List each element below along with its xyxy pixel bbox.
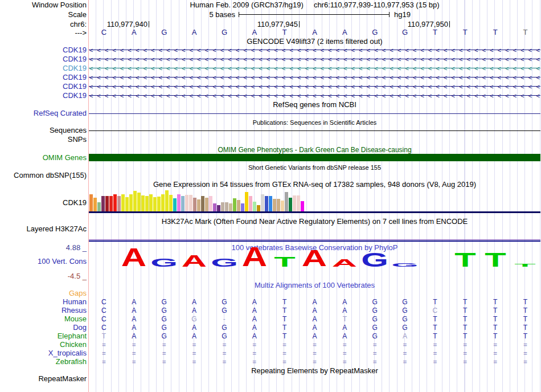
- track-label-repeatmasker[interactable]: RepeatMasker: [38, 375, 87, 383]
- track-label-omim-genes[interactable]: OMIM Genes: [43, 154, 87, 162]
- gtex-tissue-bar[interactable]: [129, 194, 133, 211]
- track-label-layered-h3k27ac[interactable]: Layered H3K27Ac: [26, 225, 87, 233]
- gtex-tissue-bar[interactable]: [201, 196, 204, 211]
- gtex-tissue-bar[interactable]: [217, 205, 220, 211]
- phylop-conservation-logo[interactable]: AGAGATAAGGTTT: [89, 245, 540, 267]
- gtex-tissue-bar[interactable]: [277, 199, 280, 211]
- gtex-tissue-bar[interactable]: [249, 196, 252, 211]
- gtex-tissue-bar[interactable]: [97, 202, 101, 211]
- gtex-tissue-bar[interactable]: [289, 198, 292, 211]
- gene-item-label-cdk19-1[interactable]: CDK19: [63, 46, 87, 54]
- gtex-tissue-bar[interactable]: [113, 194, 117, 211]
- gtex-tissue-bar[interactable]: [193, 198, 196, 211]
- track-label-100-vert-cons[interactable]: 100 Vert. Cons: [38, 258, 87, 266]
- gene-transcript-row[interactable]: <<<<<<<<<<<<<<<<<<<<<<<<<<<<<<<<<<<<<<<<…: [89, 92, 540, 100]
- gtex-tissue-bar[interactable]: [101, 196, 105, 211]
- gtex-tissue-bar[interactable]: [89, 194, 93, 211]
- gtex-tissue-bar[interactable]: [265, 196, 268, 211]
- gtex-tissue-bar[interactable]: [141, 195, 145, 211]
- gene-item-label-cdk19-4[interactable]: CDK19: [63, 74, 87, 81]
- gtex-tissue-bar[interactable]: [253, 202, 256, 211]
- gtex-tissue-bar[interactable]: [225, 202, 228, 211]
- gtex-tissue-bar[interactable]: [169, 195, 173, 211]
- track-label-refseq-curated[interactable]: RefSeq Curated: [34, 109, 87, 117]
- gtex-tissue-bar[interactable]: [177, 194, 181, 211]
- track-label-gtex-cdk19[interactable]: CDK19: [63, 199, 87, 207]
- gtex-tissue-bar[interactable]: [149, 194, 153, 211]
- multiz-row-label-rhesus[interactable]: Rhesus: [62, 307, 87, 315]
- gtex-tissue-bar[interactable]: [261, 194, 264, 211]
- alignment-row-x_tropicalis[interactable]: ===============: [89, 349, 540, 358]
- alignment-row-mouse[interactable]: CAGG-ATATGGTTTT: [89, 315, 540, 324]
- gtex-tissue-bar[interactable]: [189, 195, 192, 211]
- multiz-row-label-gaps[interactable]: Gaps: [69, 289, 87, 297]
- alignment-base: T: [420, 332, 450, 341]
- gtex-tissue-bar[interactable]: [301, 201, 304, 211]
- gtex-tissue-bar[interactable]: [285, 192, 288, 211]
- alignment-row-elephant[interactable]: TAGAGATAAGATTTT: [89, 332, 540, 341]
- gtex-tissue-bar[interactable]: [297, 195, 300, 211]
- gene-item-label-cdk19-3[interactable]: CDK19: [63, 64, 87, 72]
- gtex-tissue-bar[interactable]: [185, 195, 188, 211]
- gtex-tissue-bar[interactable]: [133, 191, 137, 211]
- gtex-tissue-bar[interactable]: [173, 198, 177, 211]
- alignment-base: =: [390, 341, 420, 349]
- gtex-tissue-bar[interactable]: [209, 196, 212, 211]
- gtex-tissue-bar[interactable]: [161, 194, 165, 211]
- track-label-common-dbsnp[interactable]: Common dbSNP(155): [14, 172, 87, 179]
- gtex-tissue-bar[interactable]: [229, 203, 232, 211]
- alignment-base: A: [119, 298, 149, 307]
- omim-gene-bar[interactable]: [89, 154, 540, 161]
- multiz-row-label-mouse[interactable]: Mouse: [64, 315, 87, 323]
- gtex-tissue-bar[interactable]: [117, 196, 121, 211]
- gtex-tissue-bar[interactable]: [221, 202, 224, 211]
- gtex-tissue-bar[interactable]: [121, 194, 125, 211]
- track-label-snps[interactable]: SNPs: [68, 136, 87, 144]
- gene-transcript-row[interactable]: <<<<<<<<<<<<<<<<<<<<<<<<<<<<<<<<<<<<<<<<…: [89, 83, 540, 91]
- gene-item-label-cdk19-2[interactable]: CDK19: [63, 55, 87, 63]
- alignment-row-human[interactable]: CAGAGATAAGGTTTT: [89, 298, 540, 307]
- gtex-tissue-bar[interactable]: [197, 199, 200, 211]
- gtex-tissue-bar[interactable]: [125, 197, 129, 211]
- alignment-row-chicken[interactable]: ===============: [89, 341, 540, 349]
- gene-transcript-row[interactable]: <<<<<<<<<<<<<<<<<<<<<<<<<<<<<<<<<<<<<<<<…: [89, 46, 540, 54]
- multiz-row-label-x_tropicalis[interactable]: X_tropicalis: [48, 349, 87, 357]
- gtex-tissue-bar[interactable]: [269, 196, 272, 211]
- gtex-tissue-bar[interactable]: [241, 203, 244, 211]
- gtex-tissue-bar[interactable]: [281, 201, 284, 211]
- gtex-tissue-bar[interactable]: [157, 197, 161, 211]
- gene-item-label-cdk19-6[interactable]: CDK19: [63, 92, 87, 100]
- multiz-row-label-chicken[interactable]: Chicken: [60, 341, 87, 349]
- gtex-tissue-bar[interactable]: [165, 190, 169, 211]
- alignment-base: =: [149, 341, 179, 349]
- gtex-tissue-bar[interactable]: [257, 205, 260, 211]
- alignment-row-zebrafish[interactable]: ===============: [89, 358, 540, 366]
- multiz-row-label-elephant[interactable]: Elephant: [58, 332, 87, 340]
- gtex-tissue-bar[interactable]: [105, 196, 109, 211]
- gtex-expression-bar-chart[interactable]: [89, 190, 306, 211]
- track-label-sequences[interactable]: Sequences: [50, 126, 87, 134]
- gtex-tissue-bar[interactable]: [137, 193, 141, 211]
- multiz-row-label-zebrafish[interactable]: Zebrafish: [56, 358, 87, 366]
- gtex-tissue-bar[interactable]: [213, 203, 216, 211]
- gtex-tissue-bar[interactable]: [153, 197, 157, 211]
- gtex-tissue-bar[interactable]: [109, 196, 113, 211]
- gene-transcript-row[interactable]: <<<<<<<<<<<<<<<<<<<<<<<<<<<<<<<<<<<<<<<<…: [89, 55, 540, 63]
- gtex-tissue-bar[interactable]: [273, 199, 276, 211]
- gene-item-label-cdk19-5[interactable]: CDK19: [63, 83, 87, 91]
- gtex-tissue-bar[interactable]: [181, 196, 185, 211]
- multiz-row-label-human[interactable]: Human: [63, 298, 87, 306]
- alignment-row-rhesus[interactable]: CAGAGATAAGGCTTT: [89, 307, 540, 315]
- gene-transcript-row[interactable]: <<<<<<<<<<<<<<<<<<<<<<<<<<<<<<<<<<<<<<<<…: [89, 74, 540, 81]
- gtex-tissue-bar[interactable]: [233, 198, 236, 211]
- gene-transcript-row[interactable]: <<<<<<<<<<<<<<<<<<<<<<<<<<<<<<<<<<<<<<<<…: [89, 64, 540, 72]
- gtex-tissue-bar[interactable]: [245, 192, 248, 211]
- gtex-tissue-bar[interactable]: [293, 195, 296, 211]
- gtex-tissue-bar[interactable]: [205, 198, 208, 211]
- multiz-row-label-dog[interactable]: Dog: [73, 324, 87, 332]
- gtex-tissue-bar[interactable]: [237, 200, 240, 211]
- coordinate-tick: [149, 21, 149, 27]
- alignment-row-dog[interactable]: CAGAGATAAGGTTTT: [89, 324, 540, 332]
- gtex-tissue-bar[interactable]: [93, 198, 97, 211]
- gtex-tissue-bar[interactable]: [145, 196, 149, 211]
